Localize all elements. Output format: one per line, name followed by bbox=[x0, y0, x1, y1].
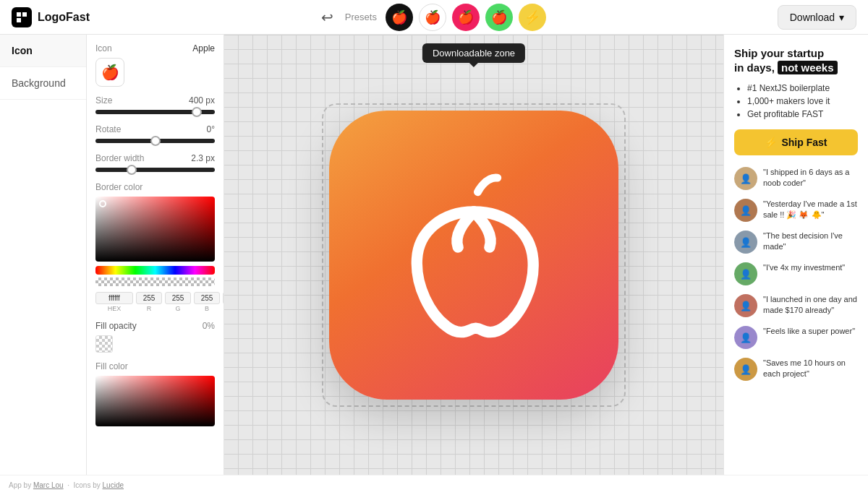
border-color-section: Border color ffffff HEX 255 R 255 G bbox=[95, 182, 215, 312]
testimonial-text: "I shipped in 6 days as a noob coder" bbox=[763, 167, 858, 189]
ship-label: Ship Fast bbox=[781, 137, 827, 148]
fill-color-label: Fill color bbox=[95, 361, 128, 371]
fill-opacity-value: 0% bbox=[203, 321, 215, 331]
footer-app-author[interactable]: Marc Lou bbox=[33, 481, 64, 489]
hue-slider[interactable] bbox=[95, 266, 215, 275]
border-width-section: Border width 2.3 px bbox=[95, 153, 215, 172]
testimonial-text: "Yesterday I've made a 1st sale !! 🎉 🦊 🐥… bbox=[763, 199, 858, 221]
testimonial-item: 👤 "Saves me 10 hours on each project" bbox=[734, 358, 858, 381]
ship-button[interactable]: ⚡ Ship Fast bbox=[734, 129, 858, 155]
hex-label: HEX bbox=[108, 305, 122, 312]
testimonial-text: "Saves me 10 hours on each project" bbox=[763, 358, 858, 380]
footer-app-by: App by bbox=[9, 481, 31, 489]
border-width-slider-thumb[interactable] bbox=[127, 165, 137, 175]
testimonial-item: 👤 "The best decision I've made" bbox=[734, 231, 858, 254]
promo-title: Ship your startup in days, not weeks bbox=[734, 46, 858, 74]
g-label: G bbox=[175, 305, 180, 312]
icon-canvas-wrapper bbox=[329, 111, 618, 400]
promo-bullet-2: 1,000+ makers love it bbox=[747, 96, 858, 106]
canvas-area: Downloadable zone bbox=[224, 35, 723, 475]
svg-rect-2 bbox=[17, 18, 21, 22]
undo-button[interactable]: ↩ bbox=[321, 9, 333, 26]
tab-icon[interactable]: Icon bbox=[0, 35, 86, 67]
app-name: LogoFast bbox=[38, 11, 90, 24]
app-footer: App by Marc Lou · Icons by Lucide bbox=[0, 475, 868, 495]
color-picker[interactable] bbox=[95, 197, 215, 262]
b-input[interactable]: 255 bbox=[194, 292, 220, 304]
footer-icons-author[interactable]: Lucide bbox=[103, 481, 124, 489]
preset-pink[interactable]: 🍎 bbox=[452, 4, 480, 31]
right-panel: Ship your startup in days, not weeks #1 … bbox=[723, 35, 868, 475]
download-label: Download bbox=[790, 12, 835, 23]
border-color-label: Border color bbox=[95, 182, 142, 192]
rotate-slider[interactable] bbox=[95, 139, 215, 143]
g-input[interactable]: 255 bbox=[165, 292, 191, 304]
avatar: 👤 bbox=[734, 199, 757, 222]
rotate-value: 0° bbox=[207, 124, 215, 134]
promo-highlight: not weeks bbox=[778, 61, 838, 74]
avatar: 👤 bbox=[734, 326, 757, 349]
promo-bullet-1: #1 NextJS boilerplate bbox=[747, 83, 858, 93]
preset-black[interactable]: 🍎 bbox=[386, 4, 413, 31]
avatar: 👤 bbox=[734, 262, 757, 285]
avatar: 👤 bbox=[734, 167, 757, 190]
size-value: 400 px bbox=[189, 95, 215, 106]
fill-opacity-label: Fill opacity bbox=[95, 321, 137, 331]
avatar: 👤 bbox=[734, 231, 757, 254]
top-navigation: LogoFast ↩ Presets 🍎 🍎 🍎 🍎 ⚡ Download ▾ bbox=[0, 0, 868, 35]
fill-preview bbox=[95, 335, 113, 353]
b-label: B bbox=[205, 305, 209, 312]
border-width-slider[interactable] bbox=[95, 168, 215, 172]
testimonial-item: 👤 "Feels like a super power" bbox=[734, 326, 858, 349]
testimonial-item: 👤 "Yesterday I've made a 1st sale !! 🎉 🦊… bbox=[734, 199, 858, 222]
fill-color-picker[interactable] bbox=[95, 376, 215, 426]
promo-list: #1 NextJS boilerplate 1,000+ makers love… bbox=[734, 83, 858, 119]
app-icon bbox=[329, 111, 618, 400]
icon-preview[interactable]: 🍎 bbox=[95, 58, 124, 87]
r-box: 255 R bbox=[136, 292, 162, 312]
rotate-label: Rotate bbox=[95, 124, 121, 134]
testimonial-item: 👤 "I shipped in 6 days as a noob coder" bbox=[734, 167, 858, 190]
download-arrow: ▾ bbox=[839, 12, 844, 23]
apple-icon-svg bbox=[387, 168, 561, 342]
svg-rect-0 bbox=[17, 12, 21, 17]
rotate-section: Rotate 0° bbox=[95, 124, 215, 143]
testimonial-text: "I've 4x my investment" bbox=[763, 262, 845, 273]
left-panel: Icon Apple 🍎 Size 400 px Rotate 0° bbox=[87, 35, 224, 475]
size-slider-thumb[interactable] bbox=[192, 107, 202, 117]
testimonials-list: 👤 "I shipped in 6 days as a noob coder" … bbox=[734, 167, 858, 381]
color-values: ffffff HEX 255 R 255 G 255 B 100 A bbox=[95, 292, 215, 312]
preset-green[interactable]: 🍎 bbox=[485, 4, 513, 31]
presets-area: ↩ Presets 🍎 🍎 🍎 🍎 ⚡ bbox=[321, 4, 546, 31]
icon-label: Icon bbox=[95, 43, 112, 53]
svg-rect-1 bbox=[22, 12, 27, 17]
main-layout: Icon Background Icon Apple 🍎 Size 400 px bbox=[0, 35, 868, 475]
icon-emoji: 🍎 bbox=[101, 64, 119, 81]
fill-opacity-section: Fill opacity 0% bbox=[95, 321, 215, 353]
footer-icons-by: Icons by bbox=[74, 481, 101, 489]
color-picker-cursor bbox=[99, 200, 106, 207]
logo-area: LogoFast bbox=[12, 7, 90, 27]
logo-icon bbox=[12, 7, 32, 27]
icon-section: Icon Apple 🍎 bbox=[95, 43, 215, 87]
r-input[interactable]: 255 bbox=[136, 292, 162, 304]
download-button[interactable]: Download ▾ bbox=[778, 5, 856, 30]
testimonial-item: 👤 "I've 4x my investment" bbox=[734, 262, 858, 285]
alpha-slider[interactable] bbox=[95, 277, 215, 286]
testimonial-text: "I launched in one day and made $170 alr… bbox=[763, 294, 858, 317]
downloadable-tooltip: Downloadable zone bbox=[422, 43, 525, 63]
b-box: 255 B bbox=[194, 292, 220, 312]
testimonial-text: "The best decision I've made" bbox=[763, 231, 858, 253]
hex-input[interactable]: ffffff bbox=[95, 292, 133, 304]
ship-icon: ⚡ bbox=[765, 137, 777, 148]
preset-yellow[interactable]: ⚡ bbox=[519, 4, 546, 31]
size-slider[interactable] bbox=[95, 110, 215, 114]
avatar: 👤 bbox=[734, 358, 757, 381]
testimonial-item: 👤 "I launched in one day and made $170 a… bbox=[734, 294, 858, 317]
fill-color-section: Fill color bbox=[95, 361, 215, 426]
rotate-slider-thumb[interactable] bbox=[150, 136, 161, 146]
presets-label: Presets bbox=[345, 12, 377, 22]
border-width-value: 2.3 px bbox=[191, 153, 215, 163]
tab-background[interactable]: Background bbox=[0, 67, 86, 100]
preset-white[interactable]: 🍎 bbox=[419, 4, 446, 31]
